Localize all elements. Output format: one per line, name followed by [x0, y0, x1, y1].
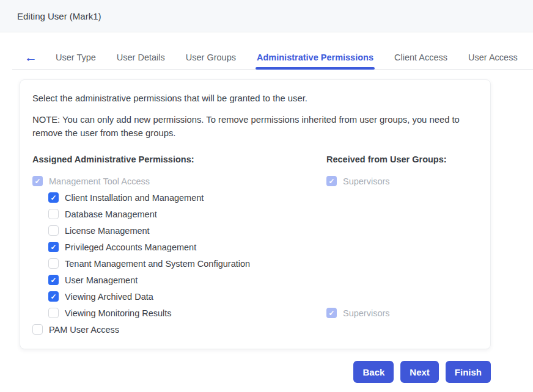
permission-row: Database Management	[32, 206, 478, 222]
permissions-card: Select the administrative permissions th…	[20, 79, 491, 349]
permission-item: ✓Management Tool Access	[32, 176, 326, 186]
checkbox-unchecked[interactable]	[48, 209, 59, 219]
tab-user-details[interactable]: User Details	[116, 53, 166, 70]
check-icon: ✓	[50, 293, 56, 300]
permission-item: ✓User Management	[32, 275, 326, 285]
permission-row: ✓Privileged Accounts Management	[32, 239, 478, 255]
permission-row: PAM User Access	[32, 321, 478, 338]
check-icon: ✓	[328, 178, 334, 185]
checkbox-unchecked[interactable]	[32, 324, 43, 335]
permission-item: PAM User Access	[32, 324, 326, 335]
checkbox-disabled-checked: ✓	[326, 308, 337, 318]
received-groups-header: Received from User Groups:	[326, 154, 447, 164]
back-arrow-icon[interactable]: ←	[24, 51, 37, 70]
permission-item: License Management	[32, 225, 326, 236]
window-title-bar: Editing User (Mark1)	[0, 0, 533, 32]
permission-row: ✓User Management	[32, 272, 478, 288]
next-button[interactable]: Next	[400, 361, 439, 383]
back-button[interactable]: Back	[353, 361, 394, 383]
checkbox-checked[interactable]: ✓	[48, 291, 59, 302]
permission-label: Tenant Management and System Configurati…	[65, 259, 250, 269]
permission-row: ✓Viewing Archived Data	[32, 288, 478, 305]
permissions-list: ✓Management Tool Access✓Supervisors✓Clie…	[32, 173, 478, 338]
permission-row: License Management	[32, 222, 478, 239]
permission-item: ✓Privileged Accounts Management	[32, 242, 326, 252]
tab-administrative-permissions[interactable]: Administrative Permissions	[255, 53, 375, 70]
checkbox-checked[interactable]: ✓	[48, 192, 59, 203]
column-headers: Assigned Administrative Permissions: Rec…	[32, 154, 478, 164]
permission-item: Tenant Management and System Configurati…	[32, 258, 326, 269]
permission-item: Viewing Monitoring Results	[32, 308, 326, 318]
check-icon: ✓	[328, 310, 334, 317]
received-group-item: ✓Supervisors	[326, 308, 390, 318]
group-label: Supervisors	[343, 176, 390, 186]
checkbox-checked[interactable]: ✓	[48, 275, 59, 285]
assigned-permissions-header: Assigned Administrative Permissions:	[32, 154, 326, 164]
wizard-tabs: ← User TypeUser DetailsUser GroupsAdmini…	[24, 51, 533, 70]
permission-item: ✓Viewing Archived Data	[32, 291, 326, 302]
check-icon: ✓	[34, 178, 40, 185]
permission-label: License Management	[65, 226, 150, 236]
tab-user-type[interactable]: User Type	[54, 53, 97, 70]
tab-user-groups[interactable]: User Groups	[185, 53, 237, 70]
permission-label: Management Tool Access	[49, 176, 150, 186]
wizard-footer: BackNextFinish	[20, 361, 491, 383]
group-label: Supervisors	[343, 308, 390, 318]
checkbox-disabled-checked: ✓	[32, 176, 43, 186]
permission-label: Client Installation and Management	[65, 193, 204, 203]
permission-row: Tenant Management and System Configurati…	[32, 255, 478, 272]
permission-row: Viewing Monitoring Results✓Supervisors	[32, 305, 478, 321]
intro-text: Select the administrative permissions th…	[32, 93, 478, 103]
received-group-item: ✓Supervisors	[326, 176, 390, 186]
check-icon: ✓	[50, 244, 56, 251]
note-text: NOTE: You can only add new permissions. …	[32, 113, 478, 140]
permission-label: Database Management	[65, 209, 157, 219]
permission-item: Database Management	[32, 209, 326, 219]
permission-label: Viewing Archived Data	[65, 292, 153, 302]
finish-button[interactable]: Finish	[446, 361, 491, 383]
permission-item: ✓Client Installation and Management	[32, 192, 326, 203]
page-title: Editing User (Mark1)	[17, 11, 101, 21]
tab-user-access[interactable]: User Access	[467, 53, 519, 70]
permission-label: Privileged Accounts Management	[65, 242, 196, 252]
tab-client-access[interactable]: Client Access	[393, 53, 449, 70]
checkbox-unchecked[interactable]	[48, 225, 59, 236]
checkbox-unchecked[interactable]	[48, 308, 59, 318]
permission-row: ✓Management Tool Access✓Supervisors	[32, 173, 478, 189]
checkbox-disabled-checked: ✓	[326, 176, 337, 186]
permission-label: Viewing Monitoring Results	[65, 308, 172, 318]
permission-label: User Management	[65, 275, 138, 285]
check-icon: ✓	[50, 277, 56, 284]
check-icon: ✓	[50, 194, 56, 201]
permission-label: PAM User Access	[49, 325, 119, 335]
permission-row: ✓Client Installation and Management	[32, 189, 478, 206]
checkbox-unchecked[interactable]	[48, 258, 59, 269]
checkbox-checked[interactable]: ✓	[48, 242, 59, 252]
